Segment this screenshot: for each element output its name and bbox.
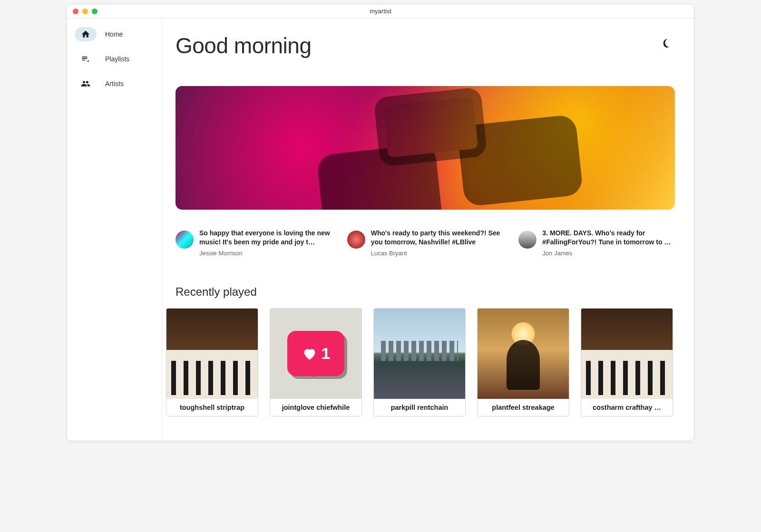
sidebar-item-label: Home	[105, 30, 123, 38]
update-item[interactable]: So happy that everyone is loving the new…	[176, 229, 332, 257]
sidebar-item-home[interactable]: Home	[71, 23, 158, 45]
track-title: jointglove chiefwhile	[270, 399, 361, 416]
theme-toggle-button[interactable]	[658, 36, 675, 53]
maximize-window-button[interactable]	[92, 9, 98, 14]
sidebar-item-label: Playlists	[105, 55, 129, 63]
track-card[interactable]: plantfeel streakage	[477, 308, 569, 416]
artist-updates: So happy that everyone is loving the new…	[176, 229, 675, 257]
main-content: Good morning So happy that everyone is l…	[162, 19, 694, 441]
update-author: Jon James	[542, 250, 675, 257]
update-item[interactable]: 3. MORE. DAYS. Who's ready for #FallingF…	[518, 229, 675, 257]
recently-played-list: toughshell striptrap 1 jointglove chiefw…	[166, 308, 675, 416]
window-controls	[67, 9, 98, 14]
moon-icon	[661, 38, 672, 50]
track-title: plantfeel streakage	[478, 399, 569, 416]
artists-icon	[75, 77, 97, 91]
track-title: parkpill rentchain	[374, 399, 465, 416]
minimize-window-button[interactable]	[82, 9, 88, 14]
track-title: toughshell striptrap	[166, 399, 258, 416]
avatar	[518, 231, 537, 249]
track-card[interactable]: parkpill rentchain	[373, 308, 466, 416]
avatar	[176, 231, 194, 249]
hero-banner[interactable]	[176, 86, 675, 210]
header-row: Good morning	[176, 33, 675, 58]
track-card[interactable]: costharm crafthay …	[581, 308, 673, 416]
track-thumbnail: 1	[270, 309, 361, 399]
track-card[interactable]: 1 jointglove chiefwhile	[270, 308, 362, 416]
update-message: 3. MORE. DAYS. Who's ready for #FallingF…	[542, 229, 675, 247]
track-card[interactable]: toughshell striptrap	[166, 308, 258, 416]
track-thumbnail	[374, 309, 465, 399]
sidebar-item-label: Artists	[105, 80, 124, 87]
window-title: myartist	[67, 8, 694, 15]
sidebar-item-artists[interactable]: Artists	[71, 73, 158, 95]
app-window: myartist Home Playlists Artists	[67, 4, 694, 441]
home-icon	[75, 27, 97, 41]
heart-icon: 1	[287, 331, 344, 376]
update-author: Lucas Bryant	[371, 250, 504, 257]
update-message: Who's ready to party this weekend?! See …	[371, 229, 504, 247]
update-author: Jessie Morrison	[199, 250, 332, 257]
update-message: So happy that everyone is loving the new…	[199, 229, 332, 247]
track-thumbnail	[581, 309, 673, 399]
app-body: Home Playlists Artists Good morning	[67, 19, 694, 441]
track-title: costharm crafthay …	[581, 399, 673, 416]
track-thumbnail	[478, 309, 569, 399]
titlebar: myartist	[67, 4, 694, 19]
sidebar: Home Playlists Artists	[67, 19, 162, 441]
update-item[interactable]: Who's ready to party this weekend?! See …	[347, 229, 504, 257]
close-window-button[interactable]	[73, 9, 78, 14]
sidebar-item-playlists[interactable]: Playlists	[71, 48, 158, 70]
avatar	[347, 231, 365, 249]
page-title: Good morning	[176, 33, 312, 58]
playlist-icon	[75, 52, 97, 66]
track-thumbnail	[166, 309, 258, 399]
recently-played-heading: Recently played	[176, 285, 675, 299]
